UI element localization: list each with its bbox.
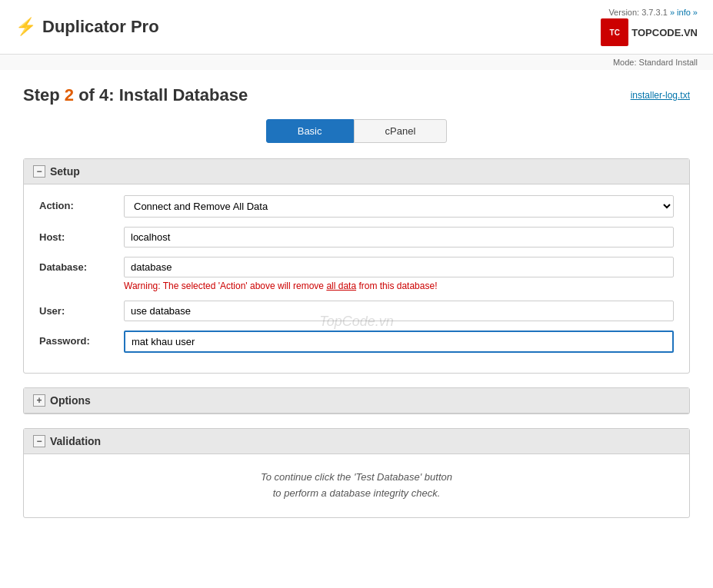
host-field xyxy=(124,227,674,247)
options-section-title: Options xyxy=(50,394,91,407)
page-header: Step 2 of 4: Install Database installer-… xyxy=(23,85,690,105)
host-label: Host: xyxy=(39,227,124,243)
info-link[interactable]: » info » xyxy=(670,8,698,17)
warning-link[interactable]: all data xyxy=(326,281,356,291)
topcode-logo: TC xyxy=(601,18,628,46)
host-input[interactable] xyxy=(124,227,674,247)
options-section-header: + Options xyxy=(24,388,689,414)
warning-suffix: from this database! xyxy=(356,281,437,291)
action-field: Connect and Remove All DataConnect Only xyxy=(124,195,674,218)
validation-section-title: Validation xyxy=(50,435,101,447)
action-select[interactable]: Connect and Remove All DataConnect Only xyxy=(124,195,674,218)
header-left: ⚡ Duplicator Pro xyxy=(15,17,159,37)
validation-section: − Validation To continue click the 'Test… xyxy=(23,428,690,518)
topcode-badge: TC TOPCODE.VN xyxy=(601,18,698,46)
database-input[interactable] xyxy=(124,257,674,277)
step-number: 2 xyxy=(65,85,74,105)
validation-section-body: To continue click the 'Test Database' bu… xyxy=(24,454,689,517)
database-warning: Warning: The selected 'Action' above wil… xyxy=(124,281,674,291)
password-label: Password: xyxy=(39,331,124,347)
bolt-icon: ⚡ xyxy=(15,17,36,37)
action-label: Action: xyxy=(39,195,124,211)
version-text: Version: 3.7.3.1 xyxy=(608,8,667,17)
version-info: Version: 3.7.3.1 » info » xyxy=(608,8,698,17)
validation-section-header: − Validation xyxy=(24,429,689,454)
password-input[interactable] xyxy=(124,331,674,353)
mode-info: Mode: Standard Install xyxy=(0,55,713,70)
header: ⚡ Duplicator Pro Version: 3.7.3.1 » info… xyxy=(0,0,713,55)
user-field xyxy=(124,301,674,321)
setup-toggle-icon[interactable]: − xyxy=(33,165,45,178)
setup-section-body: Action: Connect and Remove All DataConne… xyxy=(24,184,689,373)
user-input[interactable] xyxy=(124,301,674,321)
title-suffix: of 4: Install Database xyxy=(74,85,248,105)
setup-section-header: − Setup xyxy=(24,159,689,184)
validation-line1: To continue click the 'Test Database' bu… xyxy=(39,470,674,486)
page-wrapper: ⚡ Duplicator Pro Version: 3.7.3.1 » info… xyxy=(0,0,713,588)
page-title: Step 2 of 4: Install Database xyxy=(23,85,248,105)
main-content: Step 2 of 4: Install Database installer-… xyxy=(0,70,713,547)
options-toggle-icon[interactable]: + xyxy=(33,394,45,407)
password-field xyxy=(124,331,674,353)
title-prefix: Step xyxy=(23,85,65,105)
validation-toggle-icon[interactable]: − xyxy=(33,435,45,447)
tab-cpanel[interactable]: cPanel xyxy=(354,119,448,143)
user-row: User: xyxy=(39,301,674,321)
user-label: User: xyxy=(39,301,124,317)
host-row: Host: xyxy=(39,227,674,247)
setup-section: − Setup Action: Connect and Remove All D… xyxy=(23,158,690,374)
header-right: Version: 3.7.3.1 » info » TC TOPCODE.VN xyxy=(601,8,698,46)
log-link[interactable]: installer-log.txt xyxy=(631,90,690,101)
database-label: Database: xyxy=(39,257,124,273)
warning-prefix: Warning: The selected 'Action' above wil… xyxy=(124,281,326,291)
options-section: + Options xyxy=(23,387,690,414)
setup-section-title: Setup xyxy=(50,165,80,178)
validation-line2: to perform a database integrity check. xyxy=(39,486,674,502)
action-row: Action: Connect and Remove All DataConne… xyxy=(39,195,674,218)
tab-basic[interactable]: Basic xyxy=(266,119,354,143)
topcode-text: TOPCODE.VN xyxy=(631,27,698,38)
app-title: Duplicator Pro xyxy=(42,17,159,37)
tab-row: Basic cPanel xyxy=(23,119,690,143)
database-field: Warning: The selected 'Action' above wil… xyxy=(124,257,674,291)
password-row: Password: xyxy=(39,331,674,353)
database-row: Database: Warning: The selected 'Action'… xyxy=(39,257,674,291)
